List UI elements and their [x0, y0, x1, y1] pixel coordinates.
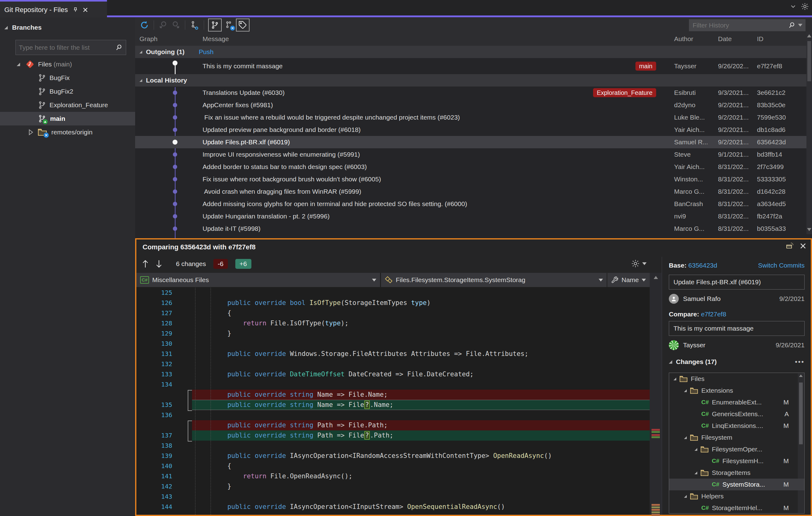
- sidebar-item-exploration-feature[interactable]: Exploration_Feature: [0, 98, 135, 112]
- column-graph[interactable]: Graph: [140, 35, 157, 43]
- sidebar-item-bugfix[interactable]: BugFix: [0, 71, 135, 85]
- base-commit-message-box[interactable]: Update Files.pt-BR.xlf (#6019): [669, 275, 805, 290]
- local-history-section-header[interactable]: Local History: [135, 74, 806, 87]
- column-author[interactable]: Author: [674, 35, 693, 43]
- commit-row[interactable]: Added missing icons glyphs for open in t…: [135, 198, 806, 210]
- collapse-triangle-icon[interactable]: [684, 436, 687, 439]
- commit-row[interactable]: Update Files.pt-BR.xlf (#6019)Samuel R..…: [135, 136, 806, 148]
- commit-row[interactable]: Translations Update (#6030)Exploration_F…: [135, 87, 806, 99]
- push-link[interactable]: Push: [199, 48, 214, 56]
- code-line[interactable]: public override string Name => File.Name…: [136, 390, 650, 400]
- float-window-icon[interactable]: [785, 243, 793, 249]
- changes-tree-item[interactable]: C#StorageItemHel...M: [669, 502, 804, 514]
- history-filter-input[interactable]: [692, 21, 788, 29]
- compare-commit-link[interactable]: e7f27ef8: [701, 310, 726, 317]
- code-line[interactable]: 130: [136, 339, 650, 349]
- collapse-triangle-icon[interactable]: [695, 472, 697, 474]
- code-line[interactable]: 137 public override string Path => File?…: [136, 430, 650, 441]
- code-line[interactable]: 140 {: [136, 461, 650, 471]
- code-line[interactable]: 142 }: [136, 481, 650, 492]
- history-scrollbar[interactable]: [806, 32, 812, 234]
- branches-header[interactable]: Branches: [4, 24, 42, 31]
- next-change-icon[interactable]: [155, 259, 163, 269]
- changes-tree-item[interactable]: Helpers: [669, 490, 804, 502]
- code-line[interactable]: 132: [136, 359, 650, 369]
- changes-tree-item[interactable]: C#LinqExtensions....M: [669, 420, 804, 432]
- changes-tree-item[interactable]: Extensions: [669, 385, 804, 396]
- code-line[interactable]: 143: [136, 492, 650, 502]
- changes-tree-item[interactable]: FilesystemOper...: [669, 444, 804, 455]
- commit-row[interactable]: Update it-IT (#5998)Marco G...8/31/202..…: [135, 222, 806, 235]
- settings-caret-icon[interactable]: [642, 262, 646, 265]
- changes-tree-item[interactable]: Files: [669, 373, 804, 385]
- tab-git-repository[interactable]: Git Repository - Files: [0, 0, 107, 18]
- code-line[interactable]: 127 {: [136, 308, 650, 318]
- scroll-up-icon[interactable]: [654, 276, 658, 279]
- column-id[interactable]: ID: [757, 35, 763, 43]
- code-line[interactable]: 135 public override string Name => File?…: [136, 400, 650, 410]
- sidebar-item-bugfix2[interactable]: BugFix2: [0, 85, 135, 98]
- code-line[interactable]: 133 public override DateTimeOffset DateC…: [136, 369, 650, 380]
- show-tags-toggle[interactable]: [236, 19, 250, 32]
- type-dropdown[interactable]: Files.Filesystem.StorageItems.SystemStor…: [381, 273, 607, 287]
- collapse-triangle-icon[interactable]: [684, 495, 687, 498]
- commit-row[interactable]: Avoid crash when dragging files from Win…: [135, 185, 806, 198]
- pin-icon[interactable]: [72, 7, 78, 13]
- changes-tree-item[interactable]: C#EnumerableExt...M: [669, 396, 804, 408]
- sidebar-item-files-repo[interactable]: Files (main): [0, 58, 135, 71]
- diff-settings-gear-icon[interactable]: [631, 259, 640, 268]
- collapse-triangle-icon[interactable]: [695, 448, 697, 451]
- previous-change-icon[interactable]: [141, 259, 149, 269]
- code-line[interactable]: 144 public override IAsyncOperation<IInp…: [136, 502, 650, 512]
- changes-tree-item[interactable]: C#FilesystemH...M: [669, 455, 804, 467]
- outgoing-section-header[interactable]: Outgoing (1)Push: [135, 46, 806, 58]
- refresh-icon[interactable]: [138, 19, 151, 31]
- current-branch-filter-icon[interactable]: [188, 19, 201, 31]
- expander-icon[interactable]: [17, 63, 20, 66]
- commit-row[interactable]: Updated preview pane background and bord…: [135, 124, 806, 136]
- outgoing-commit-row[interactable]: This is my commit massagemainTaysser9/26…: [135, 58, 806, 74]
- changes-tree-item[interactable]: C#SystemStora...M: [669, 479, 804, 490]
- show-local-branches-toggle[interactable]: [208, 19, 222, 32]
- code-line[interactable]: 129 }: [136, 329, 650, 339]
- commit-row[interactable]: Fix an issue where a rebuild would be tr…: [135, 111, 806, 124]
- compare-commit-message-box[interactable]: This is my commit massage: [669, 321, 805, 336]
- branch-filter-input[interactable]: [16, 44, 115, 51]
- chevron-down-icon[interactable]: [790, 3, 796, 10]
- commit-row[interactable]: Added border to status bar to match desi…: [135, 161, 806, 173]
- code-line[interactable]: public override string Path => File.Path…: [136, 420, 650, 430]
- gear-icon[interactable]: [801, 2, 809, 10]
- sidebar-item-main-current[interactable]: main: [0, 112, 135, 125]
- commit-row[interactable]: Update Hungarian translation - pt. 2 (#5…: [135, 210, 806, 222]
- scroll-up-icon[interactable]: [807, 34, 811, 37]
- column-message[interactable]: Message: [203, 35, 229, 43]
- expander-collapsed-icon[interactable]: [28, 129, 33, 135]
- project-dropdown[interactable]: C# Miscellaneous Files: [136, 273, 380, 287]
- code-line[interactable]: 136: [136, 410, 650, 420]
- search-icon[interactable]: [788, 22, 795, 29]
- code-line[interactable]: 138: [136, 441, 650, 451]
- sidebar-item-remotes-origin[interactable]: remotes/origin: [0, 125, 135, 139]
- commit-row[interactable]: Improve UI responsiveness while enumerat…: [135, 148, 806, 161]
- code-line[interactable]: 134: [136, 380, 650, 390]
- show-remote-branches-icon[interactable]: [223, 19, 235, 31]
- changes-header[interactable]: Changes (17) •••: [669, 358, 805, 366]
- collapse-triangle-icon[interactable]: [673, 377, 676, 381]
- code-line[interactable]: 126 public override bool IsOfType(Storag…: [136, 298, 650, 308]
- close-icon[interactable]: [800, 243, 806, 249]
- commit-row[interactable]: Fix issue where root background brush wo…: [135, 173, 806, 185]
- changes-tree-item[interactable]: StorageItems: [669, 467, 804, 479]
- changes-tree-item[interactable]: Filesystem: [669, 432, 804, 444]
- search-icon[interactable]: [115, 44, 123, 51]
- changes-tree-item[interactable]: C#GenericsExtens...A: [669, 408, 804, 420]
- code-line[interactable]: 125: [136, 288, 650, 298]
- column-date[interactable]: Date: [718, 35, 732, 43]
- collapse-triangle-icon[interactable]: [684, 389, 687, 392]
- scrollbar-thumb[interactable]: [807, 41, 811, 81]
- close-icon[interactable]: [83, 7, 88, 13]
- base-commit-link[interactable]: 6356423d: [688, 262, 717, 269]
- diff-code-editor[interactable]: 125126 public override bool IsOfType(Sto…: [136, 288, 650, 515]
- code-scrollbar[interactable]: [650, 273, 662, 515]
- commit-row[interactable]: AppCenter fixes (#5981)d2dyno9/2/2021...…: [135, 99, 806, 111]
- code-line[interactable]: 131 public override Windows.Storage.File…: [136, 349, 650, 359]
